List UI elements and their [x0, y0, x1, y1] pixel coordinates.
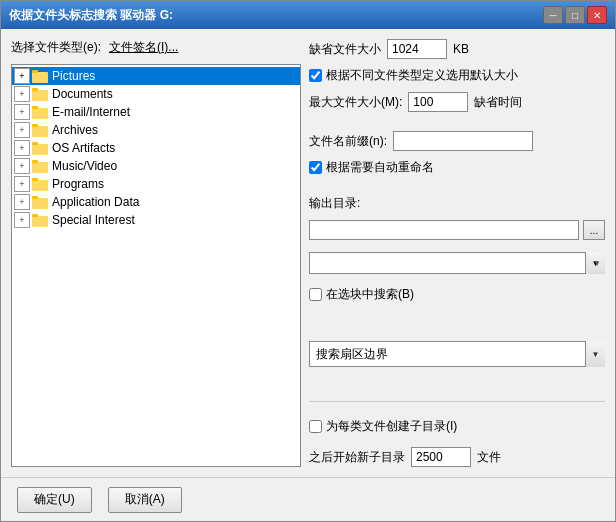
- expand-documents[interactable]: +: [14, 86, 30, 102]
- expand-music-video[interactable]: +: [14, 158, 30, 174]
- folder-icon-email: [32, 105, 48, 119]
- file-prefix-row: 文件名前缀(n):: [309, 131, 605, 151]
- tree-item-special-interest[interactable]: + Special Interest: [12, 211, 300, 229]
- tree-label-email: E-mail/Internet: [52, 105, 130, 119]
- close-button[interactable]: ✕: [587, 6, 607, 24]
- svg-rect-17: [32, 214, 38, 217]
- folder-icon-pictures: [32, 69, 48, 83]
- file-prefix-input[interactable]: [393, 131, 533, 151]
- ok-button[interactable]: 确定(U): [17, 487, 92, 513]
- checkbox3-row: 在选块中搜索(B): [309, 286, 605, 303]
- folder-icon-documents: [32, 87, 48, 101]
- title-bar: 依据文件头标志搜索 驱动器 G: ─ □ ✕: [1, 1, 615, 29]
- tree-label-special-interest: Special Interest: [52, 213, 135, 227]
- window-controls: ─ □ ✕: [543, 6, 607, 24]
- svg-rect-6: [32, 126, 48, 137]
- window-title: 依据文件头标志搜索 驱动器 G:: [9, 7, 173, 24]
- output-select-wrapper: ▼: [309, 252, 605, 274]
- expand-email[interactable]: +: [14, 104, 30, 120]
- checkbox2-label: 根据需要自动重命名: [326, 159, 434, 176]
- default-size-input[interactable]: [387, 39, 447, 59]
- svg-rect-12: [32, 180, 48, 191]
- tree-label-os-artifacts: OS Artifacts: [52, 141, 115, 155]
- max-size-label: 最大文件大小(M):: [309, 94, 402, 111]
- bottom-bar: 确定(U) 取消(A): [1, 477, 615, 521]
- subdir-count-input[interactable]: [411, 447, 471, 467]
- expand-archives[interactable]: +: [14, 122, 30, 138]
- file-sig-button[interactable]: 文件签名(I)...: [109, 39, 178, 56]
- main-window: 依据文件头标志搜索 驱动器 G: ─ □ ✕ 选择文件类型(e): 文件签名(I…: [0, 0, 616, 522]
- expand-special-interest[interactable]: +: [14, 212, 30, 228]
- svg-rect-1: [32, 70, 38, 73]
- tree-item-documents[interactable]: + Documents: [12, 85, 300, 103]
- default-size-unit: KB: [453, 42, 469, 56]
- svg-rect-4: [32, 108, 48, 119]
- tree-label-music-video: Music/Video: [52, 159, 117, 173]
- tree-item-application-data[interactable]: + Application Data: [12, 193, 300, 211]
- tree-item-email[interactable]: + E-mail/Internet: [12, 103, 300, 121]
- svg-rect-8: [32, 144, 48, 155]
- tree-item-archives[interactable]: + Archives: [12, 121, 300, 139]
- svg-rect-15: [32, 196, 38, 199]
- folder-icon-music-video: [32, 159, 48, 173]
- default-time-label: 缺省时间: [474, 94, 522, 111]
- output-dir-input[interactable]: [309, 220, 579, 240]
- checkbox1-row: 根据不同文件类型定义选用默认大小: [309, 67, 605, 84]
- expand-pictures[interactable]: +: [14, 68, 30, 84]
- folder-icon-special-interest: [32, 213, 48, 227]
- default-size-label: 缺省文件大小: [309, 41, 381, 58]
- tree-item-pictures[interactable]: + Pictures: [12, 67, 300, 85]
- checkbox-search-in-block[interactable]: [309, 288, 322, 301]
- svg-rect-2: [32, 90, 48, 101]
- svg-rect-3: [32, 88, 38, 91]
- content-area: 选择文件类型(e): 文件签名(I)... + Pictures: [1, 29, 615, 477]
- svg-rect-10: [32, 162, 48, 173]
- svg-rect-7: [32, 124, 38, 127]
- expand-programs[interactable]: +: [14, 176, 30, 192]
- subdir-count-row: 之后开始新子目录 文件: [309, 447, 605, 467]
- tree-label-documents: Documents: [52, 87, 113, 101]
- checkbox4-label: 为每类文件创建子目录(I): [326, 418, 457, 435]
- search-scope-row: 搜索扇区边界 ▼: [309, 341, 605, 367]
- tree-item-music-video[interactable]: + Music/Video: [12, 157, 300, 175]
- checkbox-create-subdir[interactable]: [309, 420, 322, 433]
- tree-header-row: 选择文件类型(e): 文件签名(I)...: [11, 39, 301, 56]
- files-label: 文件: [477, 449, 501, 466]
- max-size-input[interactable]: [408, 92, 468, 112]
- divider: [309, 401, 605, 402]
- svg-rect-5: [32, 106, 38, 109]
- tree-item-programs[interactable]: + Programs: [12, 175, 300, 193]
- expand-application-data[interactable]: +: [14, 194, 30, 210]
- svg-rect-14: [32, 198, 48, 209]
- minimize-button[interactable]: ─: [543, 6, 563, 24]
- browse-button[interactable]: ...: [583, 220, 605, 240]
- output-dir-row: ...: [309, 220, 605, 240]
- checkbox-auto-rename[interactable]: [309, 161, 322, 174]
- output-dir-select[interactable]: [309, 252, 605, 274]
- right-panel: 缺省文件大小 KB 根据不同文件类型定义选用默认大小 最大文件大小(M): 缺省…: [309, 39, 605, 467]
- cancel-button[interactable]: 取消(A): [108, 487, 182, 513]
- default-size-row: 缺省文件大小 KB: [309, 39, 605, 59]
- output-dir-label: 输出目录:: [309, 196, 360, 210]
- svg-rect-16: [32, 216, 48, 227]
- checkbox1-label: 根据不同文件类型定义选用默认大小: [326, 67, 518, 84]
- search-scope-select[interactable]: 搜索扇区边界: [309, 341, 605, 367]
- svg-rect-0: [32, 72, 48, 83]
- folder-icon-os-artifacts: [32, 141, 48, 155]
- folder-icon-archives: [32, 123, 48, 137]
- left-panel: 选择文件类型(e): 文件签名(I)... + Pictures: [11, 39, 301, 467]
- file-type-tree[interactable]: + Pictures +: [11, 64, 301, 467]
- svg-rect-13: [32, 178, 38, 181]
- output-dir-label-row: 输出目录:: [309, 195, 605, 212]
- checkbox3-label: 在选块中搜索(B): [326, 286, 414, 303]
- folder-icon-programs: [32, 177, 48, 191]
- max-size-row: 最大文件大小(M): 缺省时间: [309, 92, 605, 112]
- maximize-button[interactable]: □: [565, 6, 585, 24]
- checkbox2-row: 根据需要自动重命名: [309, 159, 605, 176]
- file-type-label: 选择文件类型(e):: [11, 39, 101, 56]
- tree-item-os-artifacts[interactable]: + OS Artifacts: [12, 139, 300, 157]
- svg-rect-11: [32, 160, 38, 163]
- tree-label-application-data: Application Data: [52, 195, 139, 209]
- checkbox-custom-size[interactable]: [309, 69, 322, 82]
- expand-os-artifacts[interactable]: +: [14, 140, 30, 156]
